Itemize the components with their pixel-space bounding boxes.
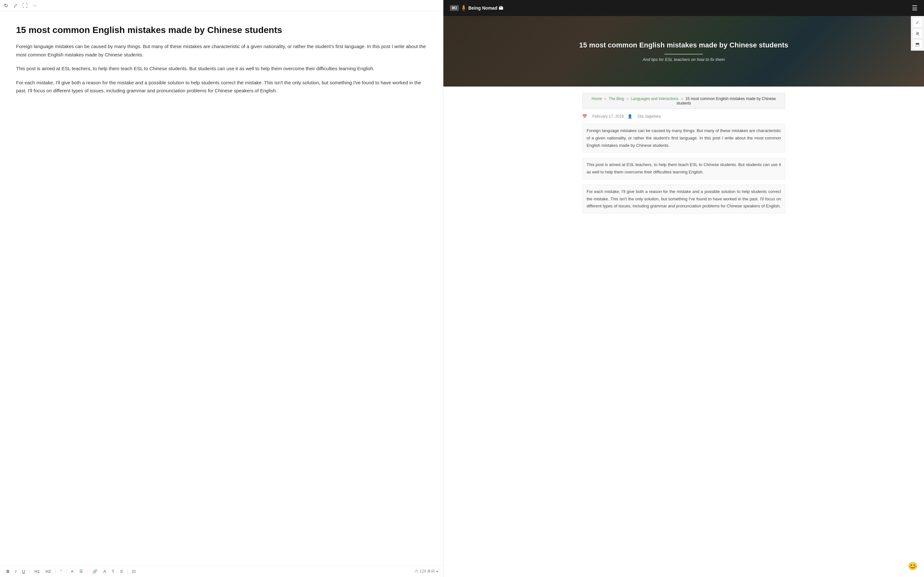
blog-paragraph-2: This post is aimed at ESL teachers, to h… xyxy=(582,158,785,179)
font-size-button[interactable]: T xyxy=(111,568,116,574)
timer-icon: ⏱ xyxy=(415,569,418,574)
ordered-list-button[interactable]: ≡ xyxy=(69,568,75,574)
logo-figure-icon: 🧍 xyxy=(460,5,467,11)
breadcrumb-current: 15 most common English mistakes made by … xyxy=(677,97,776,105)
quote-button[interactable]: " xyxy=(59,568,63,574)
post-meta: 📅 February 17, 2019 👤 Ola Jagielska xyxy=(582,114,785,119)
blog-logo-text: Being Nomad xyxy=(468,5,497,11)
separator-1 xyxy=(29,569,30,574)
link-button[interactable]: 🔗 xyxy=(91,568,99,574)
calendar-icon: 📅 xyxy=(582,114,587,119)
separator-4 xyxy=(87,569,88,574)
browser-panel: IKI 🧍 Being Nomad 🏔 ☰ 15 most common Eng… xyxy=(443,0,924,577)
hamburger-menu-icon[interactable]: ☰ xyxy=(912,4,918,12)
font-color-button[interactable]: A xyxy=(102,568,107,574)
editor-title: 15 most common English mistakes made by … xyxy=(16,24,427,36)
hero-title: 15 most common English mistakes made by … xyxy=(579,41,788,50)
heading1-button[interactable]: H1 xyxy=(33,568,41,574)
breadcrumb-category-link[interactable]: Languages and Interactions xyxy=(631,97,678,101)
blog-body: Home » The Blog » Languages and Interact… xyxy=(575,87,793,225)
blog-site-preview: IKI 🧍 Being Nomad 🏔 ☰ 15 most common Eng… xyxy=(443,0,924,577)
blog-paragraph-1: Foreign language mistakes can be caused … xyxy=(582,124,785,153)
word-count-value: 129 单词 xyxy=(420,569,435,574)
author-icon: 👤 xyxy=(628,114,632,119)
editor-panel: ↻ ⤤ ⛶ ··· 15 most common English mistake… xyxy=(0,0,443,577)
more-options-icon[interactable]: ··· xyxy=(33,3,37,9)
breadcrumb-sep-3: » xyxy=(681,97,683,101)
underline-button[interactable]: U xyxy=(21,568,26,574)
word-count-area: ⏱ 129 单词 ▾ xyxy=(415,569,438,574)
logo-mountain-icon: 🏔 xyxy=(499,5,503,11)
unordered-list-button[interactable]: ☰ xyxy=(78,568,84,574)
breadcrumb-blog-link[interactable]: The Blog xyxy=(609,97,624,101)
image-button[interactable]: ⊡ xyxy=(131,568,137,574)
blog-navbar: IKI 🧍 Being Nomad 🏔 ☰ xyxy=(443,0,924,16)
breadcrumb-sep-1: » xyxy=(604,97,606,101)
hero-content: 15 most common English mistakes made by … xyxy=(579,41,788,62)
editor-content-area[interactable]: 15 most common English mistakes made by … xyxy=(0,11,443,566)
code-action-button[interactable]: ≷ xyxy=(913,28,923,39)
separator-3 xyxy=(66,569,66,574)
logo-icon-box: IKI xyxy=(450,5,459,11)
editor-paragraph-1: Foreign language mistakes can be caused … xyxy=(16,42,427,59)
check-action-button[interactable]: ✓ xyxy=(913,17,923,27)
editor-paragraph-2: This post is aimed at ESL teachers, to h… xyxy=(16,64,427,73)
refresh-icon[interactable]: ↻ xyxy=(4,3,8,9)
editor-paragraph-3: For each mistake, I'll give both a reaso… xyxy=(16,79,427,95)
separator-2 xyxy=(55,569,56,574)
editor-top-toolbar: ↻ ⤤ ⛶ ··· xyxy=(0,0,443,11)
blog-logo: IKI 🧍 Being Nomad 🏔 xyxy=(450,5,503,11)
breadcrumb-home-link[interactable]: Home xyxy=(591,97,602,101)
blog-paragraph-3: For each mistake, I'll give both a reaso… xyxy=(582,185,785,213)
post-date: February 17, 2019 xyxy=(592,114,624,119)
heading2-button[interactable]: H2 xyxy=(44,568,52,574)
bold-button[interactable]: B xyxy=(5,568,11,574)
layer-action-button[interactable]: ⬒ xyxy=(913,39,923,49)
post-author: Ola Jagielska xyxy=(638,114,661,119)
word-count-dropdown[interactable]: ▾ xyxy=(436,569,438,574)
italic-button[interactable]: I xyxy=(14,568,18,574)
strikethrough-button[interactable]: S xyxy=(119,568,124,574)
hero-divider xyxy=(664,54,703,55)
breadcrumb-sep-2: » xyxy=(627,97,629,101)
emoji-feedback-button[interactable]: 😊 xyxy=(908,562,918,571)
editor-bottom-toolbar: B I U H1 H2 " ≡ ☰ 🔗 A T S ⊡ ⏱ 129 单词 ▾ xyxy=(0,566,443,577)
breadcrumb: Home » The Blog » Languages and Interact… xyxy=(582,93,785,109)
blog-hero-section: 15 most common English mistakes made by … xyxy=(443,16,924,87)
share-icon[interactable]: ⤤ xyxy=(13,3,17,9)
right-sidebar-actions: ✓ ≷ ⬒ xyxy=(911,16,924,51)
expand-icon[interactable]: ⛶ xyxy=(23,3,27,9)
hero-subtitle: And tips for ESL teachers on how to fix … xyxy=(579,57,788,62)
